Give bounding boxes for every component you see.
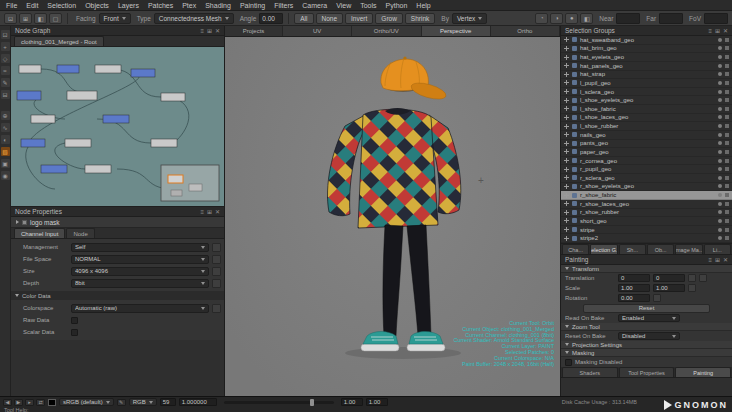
visibility-icon[interactable]: [718, 219, 722, 223]
zoom-tool-section-header[interactable]: Zoom Tool: [561, 323, 732, 331]
expand-icon[interactable]: [564, 236, 569, 241]
viewport-tab[interactable]: Ortho: [491, 26, 560, 36]
raw-data-checkbox[interactable]: [71, 317, 78, 324]
visibility-icon[interactable]: [718, 202, 722, 206]
menu-item[interactable]: View: [336, 2, 351, 9]
lock-icon[interactable]: [725, 107, 729, 111]
selection-group-row[interactable]: r_shoe_laces_geo: [561, 200, 732, 209]
viewport-tab[interactable]: Perspective: [422, 26, 491, 36]
smear-tool-icon[interactable]: ∿: [1, 123, 10, 132]
node-graph-tab[interactable]: clothing_001_Merged - Root: [14, 36, 104, 46]
palette-tab[interactable]: Cha...: [562, 244, 589, 254]
expand-icon[interactable]: [564, 227, 569, 232]
gradient-tool-icon[interactable]: ▧: [1, 147, 10, 156]
node-properties-tab[interactable]: Channel Input: [14, 228, 65, 238]
management-select[interactable]: Self: [71, 243, 209, 252]
expand-icon[interactable]: [564, 141, 569, 146]
expand-icon[interactable]: [564, 115, 569, 120]
expand-icon[interactable]: [564, 158, 569, 163]
visibility-icon[interactable]: [718, 193, 722, 197]
lock-icon[interactable]: [725, 184, 729, 188]
visibility-icon[interactable]: [718, 98, 722, 102]
lock-icon[interactable]: [725, 133, 729, 137]
selection-group-row[interactable]: pants_geo: [561, 140, 732, 149]
expand-icon[interactable]: [564, 63, 569, 68]
projection-settings-section-header[interactable]: Projection Settings: [561, 341, 732, 349]
expand-icon[interactable]: [564, 80, 569, 85]
selection-action-button[interactable]: None: [316, 13, 344, 24]
masking-section-header[interactable]: Masking: [561, 349, 732, 357]
slerp-tool-icon[interactable]: ≈: [1, 66, 10, 75]
lock-icon[interactable]: [725, 124, 729, 128]
menu-item[interactable]: Tools: [360, 2, 376, 9]
palette-float-icon[interactable]: ⊞: [715, 257, 720, 263]
lock-icon[interactable]: [725, 115, 729, 119]
expand-icon[interactable]: [564, 218, 569, 223]
selection-group-row[interactable]: hat_panels_geo: [561, 62, 732, 71]
eyedropper-tool-icon[interactable]: ◉: [1, 171, 10, 180]
selection-group-row[interactable]: r_shoe_rubber: [561, 209, 732, 218]
select-face-mode-icon[interactable]: ◧: [34, 13, 47, 24]
visibility-icon[interactable]: [718, 210, 722, 214]
selection-group-row[interactable]: hat_brim_geo: [561, 45, 732, 54]
lock-icon[interactable]: [725, 219, 729, 223]
lock-icon[interactable]: [725, 150, 729, 154]
warp-tool-icon[interactable]: ◇: [1, 54, 10, 63]
lighting-full-icon[interactable]: ●: [565, 13, 578, 24]
field-menu-icon[interactable]: [212, 279, 221, 288]
selection-group-row[interactable]: l_sclera_geo: [561, 88, 732, 97]
far-field[interactable]: [659, 13, 683, 24]
channel-display-select[interactable]: RGB: [129, 398, 157, 406]
colorspace-select[interactable]: Automatic (raw): [71, 304, 209, 313]
select-patch-mode-icon[interactable]: ⊞: [19, 13, 32, 24]
visibility-icon[interactable]: [718, 236, 722, 240]
select-tool-icon[interactable]: ⊡: [1, 30, 10, 39]
selection-group-row[interactable]: hat_eyelets_geo: [561, 53, 732, 62]
menu-item[interactable]: Selection: [47, 2, 76, 9]
lock-icon[interactable]: [725, 228, 729, 232]
expand-icon[interactable]: [564, 46, 569, 51]
lock-icon[interactable]: [725, 236, 729, 240]
expand-icon[interactable]: [564, 72, 569, 77]
expand-icon[interactable]: [564, 175, 569, 180]
menu-item[interactable]: Objects: [85, 2, 109, 9]
scalar-data-checkbox[interactable]: [71, 329, 78, 336]
menu-item[interactable]: Patches: [148, 2, 173, 9]
lock-aspect-icon[interactable]: [688, 284, 696, 292]
selection-group-row[interactable]: stripe: [561, 226, 732, 235]
bottom-palette-tab[interactable]: Tool Properties: [619, 367, 675, 377]
lighting-basic-icon[interactable]: ◑: [550, 13, 563, 24]
facing-select[interactable]: Front: [99, 13, 131, 24]
palette-tab[interactable]: Li...: [704, 244, 731, 254]
viewport-tab[interactable]: Projects: [225, 26, 283, 36]
expand-icon[interactable]: [564, 98, 569, 103]
visibility-icon[interactable]: [718, 159, 722, 163]
palette-float-icon[interactable]: ⊞: [715, 28, 720, 34]
selection-group-row[interactable]: short_geo: [561, 217, 732, 226]
visibility-icon[interactable]: [718, 150, 722, 154]
expand-icon[interactable]: [564, 210, 569, 215]
lock-icon[interactable]: [725, 193, 729, 197]
reset-on-bake-select[interactable]: Disabled: [618, 332, 680, 340]
field-menu-icon[interactable]: [212, 255, 221, 264]
selection-group-row[interactable]: r_pupil_geo: [561, 165, 732, 174]
clone-stamp-tool-icon[interactable]: ⊕: [1, 111, 10, 120]
visibility-icon[interactable]: [718, 141, 722, 145]
selection-action-button[interactable]: Shrink: [405, 13, 435, 24]
field-menu-icon[interactable]: [212, 267, 221, 276]
visibility-icon[interactable]: [718, 38, 722, 42]
translation-x-field[interactable]: 0: [618, 274, 650, 282]
palette-menu-icon[interactable]: ≡: [200, 28, 204, 34]
paint-brush-tool-icon[interactable]: ✎: [1, 78, 10, 87]
palette-menu-icon[interactable]: ≡: [200, 209, 204, 215]
near-field[interactable]: [616, 13, 640, 24]
lock-icon[interactable]: [725, 176, 729, 180]
selection-group-row[interactable]: r_shoe_fabric: [561, 191, 732, 200]
paint-opacity-slider[interactable]: [224, 401, 334, 404]
swap-colors-icon[interactable]: ⇄: [36, 399, 45, 406]
selection-group-row[interactable]: l_shoe_laces_geo: [561, 114, 732, 123]
read-on-bake-select[interactable]: Enabled: [618, 314, 680, 322]
lock-icon[interactable]: [725, 167, 729, 171]
by-select[interactable]: Vertex: [452, 13, 487, 24]
menu-item[interactable]: Python: [386, 2, 408, 9]
